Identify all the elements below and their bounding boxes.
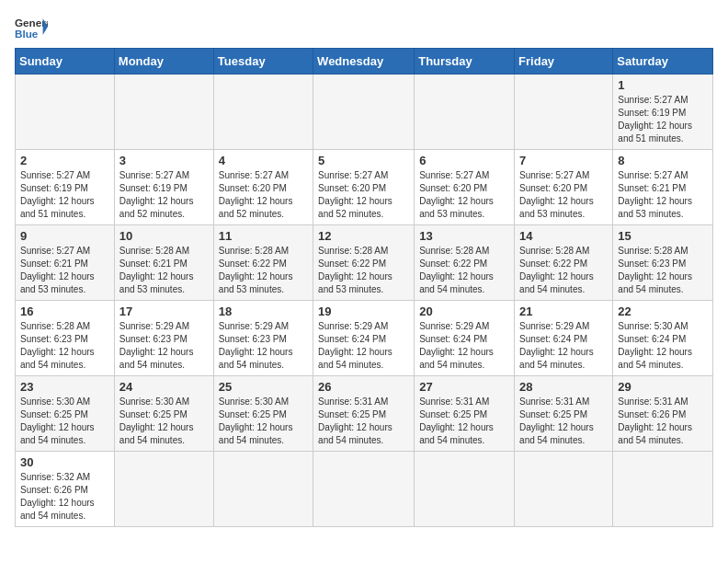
header-sunday: Sunday [16,49,115,75]
day-number: 22 [618,304,708,318]
calendar-cell: 25Sunrise: 5:30 AMSunset: 6:25 PMDayligh… [213,376,313,452]
day-info: Sunrise: 5:30 AMSunset: 6:25 PMDaylight:… [119,396,209,447]
calendar-cell: 15Sunrise: 5:28 AMSunset: 6:23 PMDayligh… [613,225,713,301]
day-info: Sunrise: 5:27 AMSunset: 6:20 PMDaylight:… [419,169,509,221]
calendar-week-row: 30Sunrise: 5:32 AMSunset: 6:26 PMDayligh… [16,452,713,527]
calendar-cell: 21Sunrise: 5:29 AMSunset: 6:24 PMDayligh… [515,301,613,376]
day-number: 10 [119,229,209,243]
day-info: Sunrise: 5:28 AMSunset: 6:22 PMDaylight:… [318,245,409,296]
header-friday: Friday [515,49,613,75]
header-tuesday: Tuesday [213,49,313,75]
calendar-cell [213,75,313,150]
day-number: 7 [519,154,608,167]
calendar-cell [114,452,213,527]
day-info: Sunrise: 5:29 AMSunset: 6:23 PMDaylight:… [219,320,308,372]
calendar-cell: 12Sunrise: 5:28 AMSunset: 6:22 PMDayligh… [313,225,415,301]
day-number: 24 [119,380,209,394]
day-info: Sunrise: 5:31 AMSunset: 6:25 PMDaylight:… [519,396,608,447]
calendar-week-row: 9Sunrise: 5:27 AMSunset: 6:21 PMDaylight… [16,225,713,301]
calendar-cell: 3Sunrise: 5:27 AMSunset: 6:19 PMDaylight… [114,150,213,225]
calendar-cell [415,75,515,150]
day-info: Sunrise: 5:29 AMSunset: 6:23 PMDaylight:… [119,320,209,372]
day-info: Sunrise: 5:29 AMSunset: 6:24 PMDaylight:… [318,320,409,372]
day-info: Sunrise: 5:31 AMSunset: 6:25 PMDaylight:… [318,396,409,447]
day-number: 4 [219,154,308,167]
day-number: 16 [20,304,109,318]
day-info: Sunrise: 5:27 AMSunset: 6:19 PMDaylight:… [119,169,209,221]
day-number: 13 [419,229,509,243]
day-number: 2 [20,154,109,167]
calendar-cell: 28Sunrise: 5:31 AMSunset: 6:25 PMDayligh… [515,376,613,452]
calendar-week-row: 1Sunrise: 5:27 AMSunset: 6:19 PMDaylight… [16,75,713,150]
calendar-cell: 17Sunrise: 5:29 AMSunset: 6:23 PMDayligh… [114,301,213,376]
calendar-cell: 4Sunrise: 5:27 AMSunset: 6:20 PMDaylight… [213,150,313,225]
calendar-cell: 18Sunrise: 5:29 AMSunset: 6:23 PMDayligh… [213,301,313,376]
day-number: 11 [219,229,308,243]
day-number: 17 [119,304,209,318]
calendar-cell: 2Sunrise: 5:27 AMSunset: 6:19 PMDaylight… [16,150,115,225]
day-number: 6 [419,154,509,167]
calendar-cell: 13Sunrise: 5:28 AMSunset: 6:22 PMDayligh… [415,225,515,301]
calendar-cell: 7Sunrise: 5:27 AMSunset: 6:20 PMDaylight… [515,150,613,225]
day-info: Sunrise: 5:27 AMSunset: 6:20 PMDaylight:… [519,169,608,221]
calendar-cell: 22Sunrise: 5:30 AMSunset: 6:24 PMDayligh… [613,301,713,376]
day-number: 27 [419,380,509,394]
day-number: 18 [219,304,308,318]
header-monday: Monday [114,49,213,75]
calendar-cell: 6Sunrise: 5:27 AMSunset: 6:20 PMDaylight… [415,150,515,225]
day-info: Sunrise: 5:27 AMSunset: 6:19 PMDaylight:… [618,94,708,145]
calendar-cell: 16Sunrise: 5:28 AMSunset: 6:23 PMDayligh… [16,301,115,376]
calendar-cell: 27Sunrise: 5:31 AMSunset: 6:25 PMDayligh… [415,376,515,452]
day-number: 8 [618,154,708,167]
calendar-cell [515,75,613,150]
logo: General Blue [15,15,48,40]
day-info: Sunrise: 5:32 AMSunset: 6:26 PMDaylight:… [20,471,109,523]
day-info: Sunrise: 5:31 AMSunset: 6:26 PMDaylight:… [618,396,708,447]
day-number: 29 [618,380,708,394]
calendar-cell [114,75,213,150]
day-info: Sunrise: 5:28 AMSunset: 6:21 PMDaylight:… [119,245,209,296]
day-number: 5 [318,154,409,167]
header-saturday: Saturday [613,49,713,75]
day-info: Sunrise: 5:28 AMSunset: 6:22 PMDaylight:… [219,245,308,296]
day-number: 23 [20,380,109,394]
day-info: Sunrise: 5:27 AMSunset: 6:21 PMDaylight:… [618,169,708,221]
calendar-week-row: 16Sunrise: 5:28 AMSunset: 6:23 PMDayligh… [16,301,713,376]
calendar-cell: 30Sunrise: 5:32 AMSunset: 6:26 PMDayligh… [16,452,115,527]
calendar-cell: 24Sunrise: 5:30 AMSunset: 6:25 PMDayligh… [114,376,213,452]
day-number: 3 [119,154,209,167]
day-info: Sunrise: 5:28 AMSunset: 6:23 PMDaylight:… [20,320,109,372]
day-info: Sunrise: 5:30 AMSunset: 6:25 PMDaylight:… [219,396,308,447]
calendar-cell: 19Sunrise: 5:29 AMSunset: 6:24 PMDayligh… [313,301,415,376]
day-info: Sunrise: 5:28 AMSunset: 6:23 PMDaylight:… [618,245,708,296]
day-number: 14 [519,229,608,243]
day-number: 21 [519,304,608,318]
day-info: Sunrise: 5:31 AMSunset: 6:25 PMDaylight:… [419,396,509,447]
calendar-cell: 9Sunrise: 5:27 AMSunset: 6:21 PMDaylight… [16,225,115,301]
header-wednesday: Wednesday [313,49,415,75]
day-number: 19 [318,304,409,318]
calendar-cell [515,452,613,527]
calendar-week-row: 2Sunrise: 5:27 AMSunset: 6:19 PMDaylight… [16,150,713,225]
calendar-cell: 11Sunrise: 5:28 AMSunset: 6:22 PMDayligh… [213,225,313,301]
day-info: Sunrise: 5:29 AMSunset: 6:24 PMDaylight:… [419,320,509,372]
calendar-cell: 10Sunrise: 5:28 AMSunset: 6:21 PMDayligh… [114,225,213,301]
calendar-cell [213,452,313,527]
calendar-week-row: 23Sunrise: 5:30 AMSunset: 6:25 PMDayligh… [16,376,713,452]
day-info: Sunrise: 5:28 AMSunset: 6:22 PMDaylight:… [419,245,509,296]
day-info: Sunrise: 5:27 AMSunset: 6:21 PMDaylight:… [20,245,109,296]
day-info: Sunrise: 5:29 AMSunset: 6:24 PMDaylight:… [519,320,608,372]
calendar-cell: 8Sunrise: 5:27 AMSunset: 6:21 PMDaylight… [613,150,713,225]
calendar-table: SundayMondayTuesdayWednesdayThursdayFrid… [15,48,713,527]
day-info: Sunrise: 5:28 AMSunset: 6:22 PMDaylight:… [519,245,608,296]
day-number: 28 [519,380,608,394]
day-number: 1 [618,78,708,92]
day-number: 30 [20,455,109,469]
day-number: 25 [219,380,308,394]
calendar-cell: 20Sunrise: 5:29 AMSunset: 6:24 PMDayligh… [415,301,515,376]
calendar-cell [16,75,115,150]
day-info: Sunrise: 5:27 AMSunset: 6:19 PMDaylight:… [20,169,109,221]
calendar-cell: 26Sunrise: 5:31 AMSunset: 6:25 PMDayligh… [313,376,415,452]
header: General Blue [15,15,713,40]
day-number: 26 [318,380,409,394]
